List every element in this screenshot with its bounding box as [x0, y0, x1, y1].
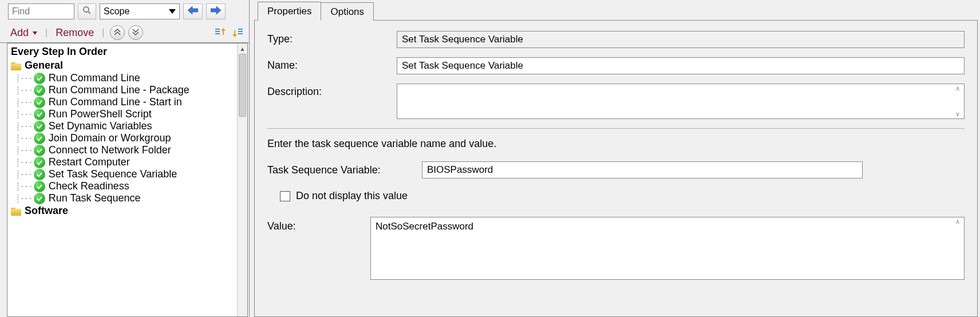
check-icon	[34, 169, 45, 180]
tree-item[interactable]: ┊···Set Task Sequence Variable	[7, 168, 237, 180]
scope-label: Scope	[104, 6, 129, 17]
divider	[267, 128, 965, 129]
check-icon	[34, 193, 45, 204]
chevron-up-icon[interactable]: ∧	[953, 85, 963, 92]
tree-item[interactable]: ┊···Run Task Sequence	[7, 192, 237, 204]
variable-field[interactable]	[422, 161, 863, 179]
chevron-down-icon[interactable]: ∨	[953, 111, 963, 117]
tree-item-label: Set Task Sequence Variable	[46, 168, 177, 180]
chevron-down-icon	[33, 31, 37, 35]
double-chevron-down-icon	[132, 28, 139, 37]
reorder-down-icon	[231, 26, 244, 39]
check-icon	[34, 109, 45, 120]
tree-line: ┊···	[15, 86, 33, 95]
tree-line: ┊···	[15, 146, 33, 155]
tree-header: Every Step In Order	[7, 45, 237, 59]
tree-line: ┊···	[15, 134, 33, 143]
type-label: Type:	[267, 31, 397, 45]
tree-item-label: Join Domain or Workgroup	[46, 132, 171, 144]
tree-line: ┊···	[15, 74, 33, 83]
tab-properties[interactable]: Properties	[258, 2, 321, 21]
tree-line: ┊···	[15, 122, 33, 131]
folder-icon	[11, 61, 22, 70]
type-field	[397, 31, 965, 48]
svg-marker-3	[211, 6, 221, 14]
tree-item-label: Set Dynamic Variables	[46, 120, 152, 132]
variable-label: Task Sequence Variable:	[267, 164, 422, 176]
tab-options[interactable]: Options	[321, 2, 374, 21]
textarea-scroll[interactable]: ∧	[953, 219, 963, 278]
svg-rect-7	[238, 29, 243, 30]
tree-item[interactable]: ┊···Set Dynamic Variables	[7, 120, 237, 132]
check-icon	[34, 85, 45, 96]
add-button[interactable]: Add	[8, 26, 39, 40]
edit-toolbar: Add | Remove |	[0, 23, 249, 43]
double-chevron-up-icon	[114, 28, 121, 37]
scrollbar-thumb[interactable]	[239, 54, 246, 117]
scope-dropdown[interactable]: Scope	[100, 3, 180, 19]
tree-item[interactable]: ┊···Run PowerShell Script	[7, 108, 237, 120]
name-label: Name:	[267, 57, 397, 72]
svg-point-0	[84, 7, 89, 12]
tree-item[interactable]: ┊···Join Domain or Workgroup	[7, 132, 237, 144]
next-button[interactable]	[206, 3, 226, 19]
collapse-all-button[interactable]	[110, 25, 125, 40]
check-icon	[34, 145, 45, 156]
tab-bar: Properties Options	[254, 0, 978, 21]
check-icon	[34, 181, 45, 192]
tree-item[interactable]: ┊···Run Command Line - Start in	[7, 96, 237, 108]
tree-line: ┊···	[15, 110, 33, 119]
tree[interactable]: Every Step In Order General┊···Run Comma…	[7, 43, 237, 316]
tree-folder[interactable]: Software	[7, 204, 237, 217]
move-up-button[interactable]	[214, 26, 227, 39]
move-down-button[interactable]	[231, 26, 244, 39]
check-icon	[34, 157, 45, 168]
reorder-up-icon	[214, 26, 227, 39]
chevron-up-icon[interactable]: ∧	[953, 219, 963, 225]
tree-item[interactable]: ┊···Run Command Line	[7, 72, 237, 84]
tree-folder[interactable]: General	[7, 59, 237, 72]
value-field[interactable]: NotSoSecretPassword	[371, 217, 951, 279]
scroll-up-icon[interactable]: ▲	[238, 43, 247, 54]
properties-panel: Type: Name: Description: ∧ ∨ Enter the	[254, 21, 978, 317]
folder-label: Software	[25, 205, 68, 217]
tree-line: ┊···	[15, 158, 33, 167]
description-field[interactable]	[397, 84, 951, 118]
svg-marker-2	[188, 6, 198, 14]
svg-rect-6	[215, 33, 220, 34]
tree-container: Every Step In Order General┊···Run Comma…	[7, 43, 248, 317]
arrow-left-icon	[188, 6, 198, 17]
find-toolbar: Scope	[0, 0, 249, 23]
textarea-scroll[interactable]: ∧ ∨	[953, 85, 963, 117]
tree-item[interactable]: ┊···Restart Computer	[7, 156, 237, 168]
separator: |	[43, 27, 50, 38]
arrow-right-icon	[211, 6, 221, 17]
hint-text: Enter the task sequence variable name an…	[267, 138, 965, 150]
check-icon	[34, 97, 45, 108]
hide-value-checkbox[interactable]	[280, 191, 290, 201]
svg-rect-8	[238, 31, 243, 32]
tree-item-label: Check Readiness	[46, 180, 129, 192]
add-label: Add	[10, 27, 29, 38]
tree-item-label: Run Task Sequence	[46, 192, 141, 204]
prev-button[interactable]	[183, 3, 203, 19]
expand-all-button[interactable]	[128, 25, 143, 40]
remove-button[interactable]: Remove	[53, 26, 96, 40]
name-field[interactable]	[397, 57, 965, 74]
tree-line: ┊···	[15, 170, 33, 179]
find-input[interactable]	[8, 3, 74, 19]
left-panel: Scope Add | Remove |	[0, 0, 250, 317]
vertical-scrollbar[interactable]: ▲	[237, 43, 247, 316]
tree-item-label: Run PowerShell Script	[46, 108, 152, 120]
tree-item-label: Run Command Line - Start in	[46, 96, 182, 108]
tree-line: ┊···	[15, 182, 33, 191]
svg-line-1	[88, 11, 90, 14]
tree-item[interactable]: ┊···Connect to Network Folder	[7, 144, 237, 156]
check-icon	[34, 133, 45, 144]
tree-item[interactable]: ┊···Check Readiness	[7, 180, 237, 192]
tree-item-label: Connect to Network Folder	[46, 144, 171, 156]
folder-icon	[11, 207, 22, 216]
find-button[interactable]	[78, 3, 96, 19]
tree-item[interactable]: ┊···Run Command Line - Package	[7, 84, 237, 96]
tree-item-label: Run Command Line	[46, 72, 140, 84]
